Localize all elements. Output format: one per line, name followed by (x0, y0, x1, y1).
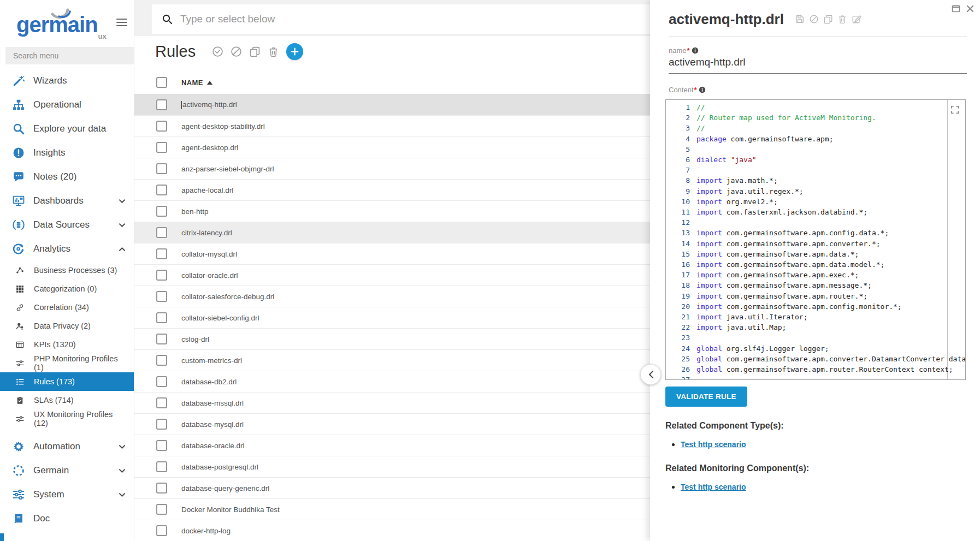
row-checkbox[interactable] (156, 121, 167, 132)
sidebar-item-rules-173[interactable]: Rules (173) (0, 372, 134, 391)
line-number: 27 (666, 374, 696, 380)
table-row[interactable]: database-mysql.drl (134, 413, 650, 435)
rule-detail-panel: activemq-http.drl name* (650, 0, 980, 541)
sidebar-item-php-monitoring-profiles-1[interactable]: PHP Monitoring Profiles (1) (0, 354, 134, 372)
table-row[interactable]: database-db2.drl (134, 371, 650, 392)
sidebar-item-automation[interactable]: Automation (0, 435, 134, 459)
row-checkbox[interactable] (156, 270, 167, 281)
select-all-checkbox[interactable] (156, 77, 167, 88)
add-rule-button[interactable] (286, 43, 303, 60)
row-checkbox[interactable] (156, 419, 167, 430)
row-checkbox[interactable] (156, 185, 167, 195)
row-checkbox[interactable] (156, 525, 167, 536)
userlock-icon (12, 319, 27, 332)
sidebar-item-germain[interactable]: Germain (0, 459, 134, 483)
row-checkbox[interactable] (156, 461, 167, 472)
sidebar-item-data-privacy-2[interactable]: Data Privacy (2) (0, 317, 134, 335)
row-checkbox[interactable] (156, 504, 167, 515)
list-header: Rules (134, 36, 650, 67)
table-row[interactable]: activemq-http.drl (134, 94, 650, 115)
table-row[interactable]: collator-mysql.drl (134, 243, 650, 264)
delete-icon[interactable] (267, 45, 280, 58)
code-line: 6dialect "java" (666, 154, 965, 165)
code-editor[interactable]: 1//2// Router map used for ActiveM Monit… (665, 99, 966, 380)
row-checkbox[interactable] (156, 163, 167, 174)
sidebar-item-notes-20[interactable]: Notes (20) (0, 165, 134, 189)
menu-toggle-icon[interactable] (116, 16, 127, 28)
disable-icon[interactable] (229, 45, 243, 58)
row-checkbox[interactable] (156, 206, 167, 217)
table-row[interactable]: agent-desktop-stability.drl (134, 115, 650, 136)
table-row[interactable]: ben-http (134, 200, 650, 222)
close-icon[interactable] (966, 4, 975, 13)
line-number: 24 (666, 343, 696, 354)
duplicate-icon[interactable] (248, 45, 261, 58)
sidebar-item-operational[interactable]: Operational (0, 93, 134, 117)
validate-rule-button[interactable]: VALIDATE RULE (665, 387, 747, 407)
sidebar-item-label: Explore your data (33, 123, 106, 134)
sidebar-item-system[interactable]: System (0, 483, 134, 507)
table-row[interactable]: agent-desktop.drl (134, 136, 650, 158)
save-icon[interactable] (795, 14, 805, 25)
table-row[interactable]: collator-salesforce-debug.drl (134, 286, 650, 307)
duplicate-icon[interactable] (823, 14, 834, 25)
table-row[interactable]: cslog-drl (134, 328, 650, 349)
row-checkbox[interactable] (156, 376, 167, 387)
sidebar-item-kpis-1320[interactable]: KPIs (1320) (0, 335, 134, 354)
row-checkbox[interactable] (156, 440, 167, 451)
rule-name: docker-http-log (181, 527, 231, 535)
table-row[interactable]: collator-siebel-config.drl (134, 307, 650, 328)
table-row[interactable]: database-postgresql.drl (134, 456, 650, 477)
table-row[interactable]: database-oracle.drl (134, 435, 650, 456)
table-row[interactable]: collator-oracle.drl (134, 264, 650, 286)
rule-name: database-db2.drl (181, 378, 237, 386)
related-link[interactable]: Test http scenario (681, 483, 746, 491)
collapse-panel-button[interactable] (640, 364, 661, 385)
row-checkbox[interactable] (156, 99, 167, 110)
row-checkbox[interactable] (156, 142, 167, 153)
related-link[interactable]: Test http scenario (681, 440, 746, 449)
edit-icon[interactable] (852, 14, 862, 25)
sidebar-item-categorization-0[interactable]: Categorization (0) (0, 280, 134, 298)
sidebar-item-correlation-34[interactable]: Correlation (34) (0, 298, 134, 317)
table-row[interactable]: database-mssql.drl (134, 392, 650, 413)
filter-search-input[interactable] (179, 13, 650, 26)
maximize-icon[interactable] (952, 4, 960, 13)
name-field-value[interactable]: activemq-http.drl (669, 56, 967, 74)
row-checkbox[interactable] (156, 312, 167, 323)
sidebar-search-input[interactable] (5, 47, 134, 64)
sidebar-item-ux-monitoring-profiles-12[interactable]: UX Monitoring Profiles (12) (0, 409, 134, 428)
table-row[interactable]: anz-parser-siebel-objmgr-drl (134, 158, 650, 179)
row-checkbox[interactable] (156, 291, 167, 302)
delete-icon[interactable] (837, 14, 848, 25)
sidebar-item-doc[interactable]: Doc (0, 507, 134, 531)
sidebar-item-slas-714[interactable]: SLAs (714) (0, 391, 134, 409)
code-line: 25global com.germainsoftware.apm.convert… (666, 354, 965, 364)
row-checkbox[interactable] (156, 248, 167, 259)
row-checkbox[interactable] (156, 397, 167, 408)
row-checkbox[interactable] (156, 227, 167, 238)
table-row[interactable]: apache-local.drl (134, 179, 650, 200)
sidebar-item-insights[interactable]: Insights (0, 141, 134, 165)
row-checkbox[interactable] (156, 355, 167, 366)
table-row[interactable]: database-query-generic.drl (134, 477, 650, 498)
validate-selected-icon[interactable] (211, 45, 224, 58)
info-icon[interactable] (699, 86, 706, 93)
sidebar-item-analytics[interactable]: Analytics (0, 237, 134, 261)
disable-icon[interactable] (809, 14, 819, 25)
sidebar-item-explore-your-data[interactable]: Explore your data (0, 117, 134, 141)
row-checkbox[interactable] (156, 334, 167, 344)
sidebar-item-wizards[interactable]: Wizards (0, 69, 134, 93)
column-header-name[interactable]: NAME (181, 79, 212, 87)
table-row[interactable]: citrix-latency.drl (134, 222, 650, 243)
germain-logo[interactable]: germain ux (16, 5, 98, 44)
table-row[interactable]: docker-http-log (134, 520, 650, 541)
table-row[interactable]: custom-metrics-drl (134, 349, 650, 371)
sidebar-item-data-sources[interactable]: Data Sources (0, 213, 134, 237)
info-icon[interactable] (692, 47, 699, 54)
table-row[interactable]: Docker Monitor Buddhika Test (134, 498, 650, 520)
dashedcircle-icon (11, 464, 26, 477)
sidebar-item-dashboards[interactable]: Dashboards (0, 189, 134, 213)
sidebar-item-business-processes-3[interactable]: Business Processes (3) (0, 261, 134, 280)
row-checkbox[interactable] (156, 483, 167, 494)
